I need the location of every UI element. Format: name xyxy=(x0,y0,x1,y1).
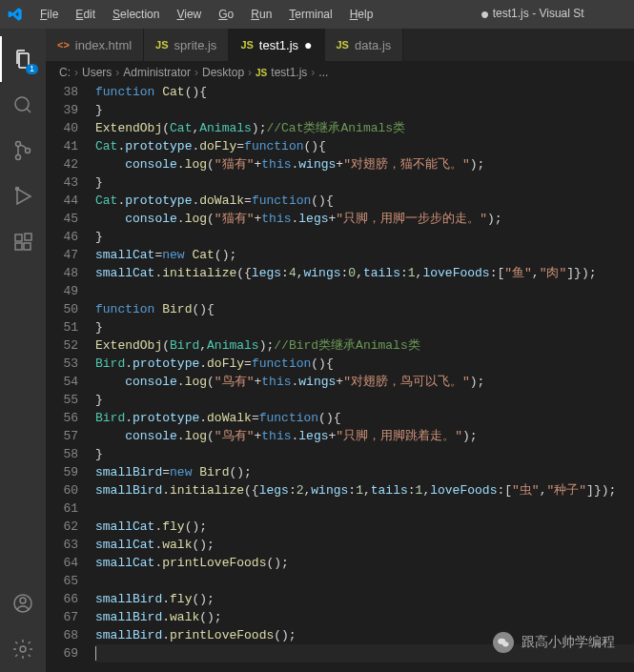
line-number: 61 xyxy=(46,499,78,518)
code-line[interactable]: smallCat.walk(); xyxy=(95,536,634,554)
breadcrumb-segment[interactable]: Administrator xyxy=(123,66,191,79)
line-number: 44 xyxy=(46,192,78,210)
line-number: 38 xyxy=(46,83,78,101)
code-line[interactable]: console.log("鸟有"+this.legs+"只脚，用脚跳着走。"); xyxy=(95,427,634,445)
line-number: 63 xyxy=(46,536,78,554)
vscode-icon xyxy=(8,7,23,22)
breadcrumb-segment[interactable]: Users xyxy=(82,66,112,79)
line-number: 54 xyxy=(46,373,78,391)
explorer-icon[interactable]: 1 xyxy=(0,36,46,82)
code-line[interactable]: console.log("鸟有"+this.wings+"对翅膀，鸟可以飞。")… xyxy=(95,373,634,391)
accounts-icon[interactable] xyxy=(0,580,46,626)
file-type-icon: JS xyxy=(337,39,349,51)
search-icon[interactable] xyxy=(0,82,46,128)
code-line[interactable]: function Cat(){ xyxy=(95,83,634,101)
svg-rect-6 xyxy=(15,243,22,250)
line-number: 55 xyxy=(46,391,78,409)
tab-sprite-js[interactable]: JSsprite.js xyxy=(144,29,229,61)
code-line[interactable]: } xyxy=(95,101,634,119)
line-number: 62 xyxy=(46,518,78,536)
line-number: 69 xyxy=(46,644,78,662)
menu-terminal[interactable]: Terminal xyxy=(281,4,339,25)
line-number: 51 xyxy=(46,318,78,336)
svg-rect-5 xyxy=(15,234,22,241)
line-number: 57 xyxy=(46,427,78,445)
menu-view[interactable]: View xyxy=(169,4,209,25)
menu-run[interactable]: Run xyxy=(243,4,279,25)
code-line[interactable]: Cat.prototype.doFly=function(){ xyxy=(95,137,634,155)
code-line[interactable]: smallBird=new Bird(); xyxy=(95,463,634,481)
editor-area: <>index.htmlJSsprite.jsJStest1.js●JSdata… xyxy=(46,29,634,672)
code-line[interactable]: ExtendObj(Cat,Animals);//Cat类继承Animals类 xyxy=(95,119,634,137)
title-filename: test1.js xyxy=(493,7,529,20)
settings-gear-icon[interactable] xyxy=(0,626,46,672)
code-line[interactable]: smallCat.fly(); xyxy=(95,518,634,536)
breadcrumb-file[interactable]: test1.js xyxy=(271,66,307,79)
line-number: 67 xyxy=(46,608,78,626)
code-line[interactable] xyxy=(95,572,634,590)
code-line[interactable]: smallCat.printLoveFoods(); xyxy=(95,554,634,572)
line-number: 46 xyxy=(46,228,78,246)
code-line[interactable]: ExtendObj(Bird,Animals);//Bird类继承Animals… xyxy=(95,336,634,355)
code-line[interactable]: Bird.prototype.doFly=function(){ xyxy=(95,355,634,373)
menu-go[interactable]: Go xyxy=(211,4,241,25)
breadcrumbs[interactable]: C:›Users›Administrator›Desktop›JS test1.… xyxy=(46,62,634,83)
line-number: 59 xyxy=(46,463,78,481)
title-app: Visual St xyxy=(539,7,583,20)
chevron-right-icon: › xyxy=(74,66,78,79)
line-number: 48 xyxy=(46,264,78,282)
run-debug-icon[interactable] xyxy=(0,173,46,219)
code-editor[interactable]: 3839404142434445464748495051525354555657… xyxy=(46,83,634,672)
line-number: 53 xyxy=(46,355,78,373)
code-line[interactable]: smallCat=new Cat(); xyxy=(95,246,634,264)
window-title: ● test1.js - Visual St xyxy=(380,6,626,23)
tab-index-html[interactable]: <>index.html xyxy=(46,29,144,61)
line-number: 39 xyxy=(46,101,78,119)
code-line[interactable]: function Bird(){ xyxy=(95,300,634,318)
breadcrumb-segment[interactable]: C: xyxy=(59,66,71,79)
chevron-right-icon: › xyxy=(194,66,198,79)
code-line[interactable]: Bird.prototype.doWalk=function(){ xyxy=(95,409,634,427)
code-line[interactable]: smallBird.fly(); xyxy=(95,590,634,608)
svg-point-10 xyxy=(20,598,26,603)
line-number: 45 xyxy=(46,210,78,228)
code-line[interactable]: } xyxy=(95,445,634,463)
code-content[interactable]: function Cat(){}ExtendObj(Cat,Animals);/… xyxy=(95,83,634,672)
code-line[interactable]: smallBird.initialize({legs:2,wings:1,tai… xyxy=(95,481,634,499)
menu-file[interactable]: File xyxy=(32,4,66,25)
line-number: 49 xyxy=(46,282,78,300)
source-control-icon[interactable] xyxy=(0,128,46,173)
tab-test1-js[interactable]: JStest1.js● xyxy=(229,29,324,61)
breadcrumb-segment[interactable]: Desktop xyxy=(202,66,244,79)
file-type-icon: JS xyxy=(240,39,253,51)
code-line[interactable]: console.log("猫有"+this.wings+"对翅膀，猫不能飞。")… xyxy=(95,155,634,173)
line-number: 41 xyxy=(46,137,78,155)
menu-help[interactable]: Help xyxy=(342,4,381,25)
code-line[interactable]: } xyxy=(95,228,634,246)
code-line[interactable]: } xyxy=(95,391,634,409)
activity-bar: 1 xyxy=(0,29,46,672)
code-line[interactable] xyxy=(95,499,634,518)
watermark-text: 跟高小帅学编程 xyxy=(522,634,615,651)
svg-point-13 xyxy=(502,641,508,646)
tab-data-js[interactable]: JSdata.js xyxy=(325,29,404,61)
code-line[interactable]: smallBird.walk(); xyxy=(95,608,634,626)
main-area: 1 <>index.htmlJSsprite.jsJStest1.js●JSda… xyxy=(0,29,634,672)
menu-edit[interactable]: Edit xyxy=(68,4,103,25)
breadcrumb-tail[interactable]: ... xyxy=(318,66,328,79)
line-number: 50 xyxy=(46,300,78,318)
code-line[interactable]: Cat.prototype.doWalk=function(){ xyxy=(95,192,634,210)
code-line[interactable]: smallCat.initialize({legs:4,wings:0,tail… xyxy=(95,264,634,282)
chevron-right-icon: › xyxy=(115,66,119,79)
explorer-badge: 1 xyxy=(26,64,38,74)
menu-selection[interactable]: Selection xyxy=(105,4,167,25)
tab-label: test1.js xyxy=(259,38,298,52)
line-number: 64 xyxy=(46,554,78,572)
code-line[interactable]: console.log("猫有"+this.legs+"只脚，用脚一步步的走。"… xyxy=(95,210,634,228)
line-number: 40 xyxy=(46,119,78,137)
line-number: 47 xyxy=(46,246,78,264)
code-line[interactable]: } xyxy=(95,318,634,336)
extensions-icon[interactable] xyxy=(0,219,46,265)
code-line[interactable]: } xyxy=(95,173,634,192)
code-line[interactable] xyxy=(95,282,634,300)
